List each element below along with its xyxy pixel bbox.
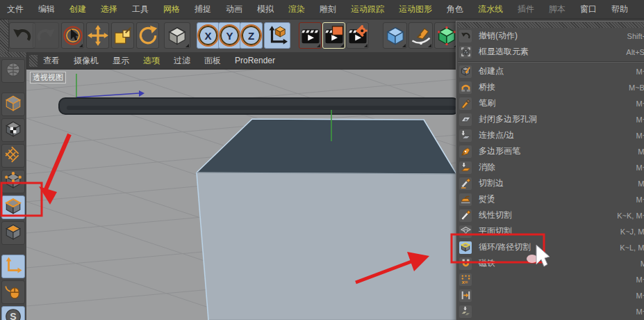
context-menu-item-连接点/边[interactable]: 连接点/边M~ — [456, 127, 644, 143]
sidebar-make-editable-button[interactable] — [1, 59, 25, 83]
sidebar-snap-button[interactable]: S — [1, 306, 25, 320]
menubar-item-13[interactable]: 角色 — [447, 3, 463, 15]
sidebar-model-mode-button[interactable] — [1, 93, 25, 116]
context-menu-item-shortcut: M~ — [636, 307, 644, 316]
last-used-tool-button[interactable] — [164, 22, 190, 49]
menubar-item-18[interactable]: 帮助 — [611, 3, 628, 15]
toolbar-drag-handle[interactable] — [0, 19, 9, 52]
context-menu-item-label: 框显选取元素 — [479, 46, 529, 58]
menubar-item-10[interactable]: 雕刻 — [320, 3, 336, 15]
context-menu-item-桥接[interactable]: 桥接M~B, — [456, 79, 644, 95]
context-menu-item-row-16[interactable]: x=M~ — [456, 271, 644, 287]
pen-tool-button[interactable] — [408, 22, 433, 49]
viewport-menu-item-6[interactable]: ProRender — [235, 56, 275, 65]
long-bar-object — [59, 98, 456, 114]
z-axis-lock-button[interactable]: Z — [240, 22, 263, 49]
menubar-item-15[interactable]: 插件 — [518, 3, 534, 15]
app-menubar: 文件编辑创建选择工具网格捕捉动画模拟渲染雕刻运动跟踪运动图形角色流水线插件脚本窗… — [0, 0, 644, 19]
context-menu-item-多边形画笔[interactable]: 多边形画笔M- — [456, 143, 644, 159]
menubar-item-2[interactable]: 创建 — [69, 3, 86, 15]
context-menu-item-切割边[interactable]: 切割边M- — [456, 175, 644, 191]
context-menu-item-框显选取元素[interactable]: 框显选取元素Alt+S, — [456, 44, 644, 60]
viewport-menu-item-4[interactable]: 过滤 — [174, 55, 190, 67]
bridge-icon — [459, 81, 472, 94]
y-axis-lock-button[interactable]: Y — [218, 22, 241, 49]
model-mode-icon — [4, 94, 22, 115]
context-menu-item-label: 桥接 — [479, 81, 495, 93]
context-menu-item-线性切割[interactable]: 线性切割K~K, M~ — [456, 207, 644, 223]
rotate-button[interactable] — [136, 22, 159, 49]
context-menu-item-shortcut: M~ — [636, 99, 644, 108]
sidebar-points-mode-button[interactable] — [1, 170, 25, 193]
snap-icon: S — [4, 307, 22, 320]
viewport-menu-item-0[interactable]: 查看 — [43, 55, 60, 67]
render-picture-viewer-button[interactable] — [322, 22, 345, 49]
menubar-item-11[interactable]: 运动跟踪 — [351, 3, 384, 15]
viewport-view-label[interactable]: 透视视图 — [30, 72, 66, 83]
connect-points-edges-icon — [459, 129, 472, 142]
viewport-menu-item-5[interactable]: 面板 — [204, 55, 221, 67]
menubar-item-8[interactable]: 模拟 — [257, 3, 274, 15]
context-menu-item-row-18[interactable]: M~ — [456, 303, 644, 319]
coordinate-system-button[interactable] — [264, 22, 290, 49]
x-axis-lock-button[interactable]: X — [197, 22, 220, 49]
context-menu-item-笔刷[interactable]: 笔刷M~ — [456, 95, 644, 111]
sidebar-texture-mode-button[interactable] — [1, 118, 25, 142]
context-menu-item-熨烫[interactable]: 熨烫M~ — [456, 191, 644, 207]
sidebar-edge-mode-button[interactable] — [1, 195, 25, 219]
viewport-menubar-drag-handle[interactable] — [29, 55, 38, 67]
context-menu-item-row-17[interactable]: M~ — [456, 287, 644, 303]
context-menu-item-平面切割[interactable]: 平面切割K~J, M- — [456, 223, 644, 239]
move-button[interactable] — [86, 22, 109, 49]
scale-button[interactable] — [111, 22, 134, 49]
context-menu-item-label: 平面切割 — [479, 225, 512, 237]
sidebar-viewport-solo-button[interactable] — [1, 280, 25, 304]
context-menu-item-磁铁[interactable]: 磁铁M — [456, 255, 644, 271]
menubar-item-7[interactable]: 动画 — [226, 3, 242, 15]
context-menu-item-消除[interactable]: 消除M~ — [456, 159, 644, 175]
menubar-item-5[interactable]: 网格 — [163, 3, 180, 15]
menubar-item-3[interactable]: 选择 — [101, 3, 117, 15]
context-menu-tearoff-handle[interactable] — [458, 22, 644, 28]
edge-mode-icon — [4, 197, 22, 218]
context-menu-item-shortcut: M~ — [636, 275, 644, 284]
redo-button[interactable] — [33, 22, 59, 49]
render-view-button[interactable] — [299, 22, 322, 49]
subdivision-surface-button[interactable] — [434, 22, 459, 49]
context-menu-item-撤销(动作)[interactable]: 撤销(动作)Shift+ — [456, 28, 644, 44]
magnet-icon — [459, 257, 472, 270]
y-axis-icon: Y — [219, 24, 240, 47]
context-menu-item-label: 消除 — [479, 161, 495, 173]
menubar-item-1[interactable]: 编辑 — [38, 3, 55, 15]
menubar-item-17[interactable]: 窗口 — [580, 3, 597, 15]
add-cube-button[interactable] — [383, 22, 407, 49]
undo-button[interactable] — [9, 22, 35, 49]
make-editable-icon — [4, 61, 22, 81]
context-menu-item-shortcut: Alt+S, — [626, 48, 644, 56]
context-menu-item-封闭多边形孔洞[interactable]: 封闭多边形孔洞M~ — [456, 111, 644, 127]
menubar-item-4[interactable]: 工具 — [132, 3, 149, 15]
menubar-item-6[interactable]: 捕捉 — [195, 3, 211, 15]
menubar-item-12[interactable]: 运动图形 — [399, 3, 432, 15]
viewport-menu-item-1[interactable]: 摄像机 — [74, 55, 99, 67]
sidebar-drag-handle[interactable] — [0, 52, 26, 57]
live-selection-button[interactable] — [61, 22, 84, 49]
polygon-mode-icon — [4, 223, 22, 243]
sidebar-workplane-button[interactable] — [1, 144, 25, 168]
context-menu-item-label: 线性切割 — [479, 209, 512, 221]
context-menu-item-label: 熨烫 — [479, 193, 495, 205]
sidebar-enable-axis-button[interactable] — [1, 255, 25, 278]
render-settings-button[interactable] — [346, 22, 369, 49]
viewport-menubar: 查看摄像机显示选项过滤面板ProRender — [8, 52, 456, 70]
viewport-menu-item-3[interactable]: 选项 — [143, 55, 160, 67]
viewport-3d[interactable]: 透视视图 — [26, 70, 456, 320]
menubar-item-9[interactable]: 渲染 — [288, 3, 305, 15]
context-menu-item-循环/路径切割[interactable]: 循环/路径切割K~L, M- — [456, 239, 644, 255]
context-menu-item-创建点[interactable]: 创建点M~ — [456, 63, 644, 79]
context-menu-item-label: 磁铁 — [479, 257, 495, 269]
viewport-menu-item-2[interactable]: 显示 — [113, 55, 129, 67]
sidebar-polygon-mode-button[interactable] — [1, 221, 25, 245]
menubar-item-0[interactable]: 文件 — [7, 3, 24, 15]
menubar-item-16[interactable]: 脚本 — [549, 3, 565, 15]
menubar-item-14[interactable]: 流水线 — [478, 3, 503, 15]
